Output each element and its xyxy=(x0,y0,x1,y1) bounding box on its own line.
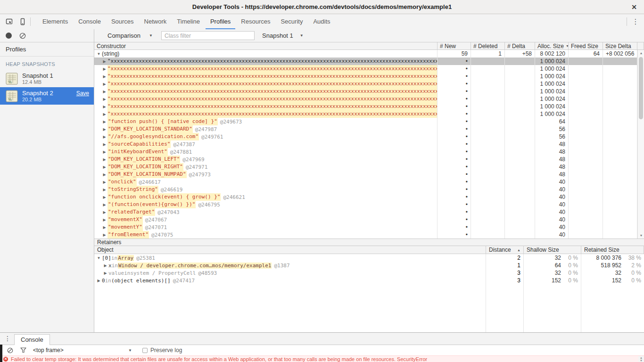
retainers-column-header-2[interactable]: Shallow Size xyxy=(524,246,581,254)
filter-icon[interactable] xyxy=(20,347,26,354)
tab-console-drawer[interactable]: Console xyxy=(14,334,50,345)
retainer-row[interactable]: ▶value in system / PropertyCell@48593332… xyxy=(94,269,644,277)
class-filter-input[interactable] xyxy=(161,31,255,40)
column-header-6[interactable]: Size Delta xyxy=(603,42,637,49)
base-snapshot-select[interactable]: Snapshot 1 ▼ xyxy=(262,32,304,39)
drawer-menu-icon[interactable]: ⋮ xyxy=(3,335,12,342)
tab-timeline[interactable]: Timeline xyxy=(172,14,205,29)
tab-console[interactable]: Console xyxy=(74,14,106,29)
disclosure-arrow-icon[interactable]: ▶ xyxy=(101,157,107,162)
constructor-row[interactable]: ▶"onclick"@246617•40 xyxy=(94,178,644,186)
tab-sources[interactable]: Sources xyxy=(107,14,139,29)
close-icon[interactable]: ✕ xyxy=(630,3,638,11)
constructor-row[interactable]: ▶"xxxxxxxxxxxxxxxxxxxxxxxxxxxxxxxxxxxxxx… xyxy=(94,73,644,80)
tab-elements[interactable]: Elements xyxy=(38,14,73,29)
disclosure-arrow-icon[interactable]: ▶ xyxy=(101,105,107,109)
constructor-row[interactable]: ▶"xxxxxxxxxxxxxxxxxxxxxxxxxxxxxxxxxxxxxx… xyxy=(94,95,644,103)
record-icon[interactable] xyxy=(6,33,12,39)
constructor-row[interactable]: ▶"(function(event){grow() })"@246795•40 xyxy=(94,201,644,208)
console-scrollbar[interactable]: ▲ ▼ xyxy=(638,356,644,362)
retainer-row[interactable]: ▼[0] in Array@253812320 %8 000 37638 % xyxy=(94,254,644,262)
disclosure-arrow-icon[interactable]: ▶ xyxy=(102,271,108,275)
grid-scrollbar[interactable]: ▲ ▼ xyxy=(637,50,644,239)
disclosure-arrow-icon[interactable]: ▶ xyxy=(101,59,107,64)
sidebar-item-snapshot-2[interactable]: % Snapshot 2 20.2 MB Save xyxy=(0,87,94,105)
constructor-row[interactable]: ▶"xxxxxxxxxxxxxxxxxxxxxxxxxxxxxxxxxxxxxx… xyxy=(94,80,644,88)
perspective-select[interactable]: Comparison ▼ xyxy=(107,32,153,39)
clear-icon[interactable] xyxy=(19,33,26,39)
constructor-row[interactable]: ▶"function push() { [native code] }"@249… xyxy=(94,118,644,125)
tab-profiles[interactable]: Profiles xyxy=(206,14,235,29)
column-header-0[interactable]: Constructor xyxy=(94,42,438,49)
retainers-column-header-3[interactable]: Retained Size xyxy=(581,246,644,254)
disclosure-arrow-icon[interactable]: ▶ xyxy=(101,127,107,132)
scroll-down-icon[interactable]: ▼ xyxy=(640,359,643,362)
constructor-row[interactable]: ▶"DOM_KEY_LOCATION_LEFT"@247969•48 xyxy=(94,156,644,163)
disclosure-arrow-icon[interactable]: ▶ xyxy=(101,225,107,230)
disclosure-arrow-icon[interactable]: ▶ xyxy=(101,82,107,86)
disclosure-arrow-icon[interactable]: ▶ xyxy=(101,97,107,101)
constructor-row[interactable]: ▶"toStringString"@246619•40 xyxy=(94,186,644,193)
preserve-log-control[interactable]: Preserve log xyxy=(142,347,182,354)
sidebar-item-snapshot-1[interactable]: % Snapshot 1 12.4 MB xyxy=(0,70,94,87)
disclosure-arrow-icon[interactable]: ▶ xyxy=(96,279,102,283)
constructor-row[interactable]: ▶"DOM_KEY_LOCATION_RIGHT"@247971•48 xyxy=(94,163,644,171)
disclosure-arrow-icon[interactable]: ▶ xyxy=(101,120,107,124)
disclosure-arrow-icon[interactable]: ▶ xyxy=(102,263,108,268)
constructor-row[interactable]: ▶"//afs.googlesyndication.com"@249761•56 xyxy=(94,133,644,140)
disclosure-arrow-icon[interactable]: ▶ xyxy=(101,173,107,177)
retainers-column-header-0[interactable]: Object xyxy=(94,246,486,254)
constructor-row[interactable]: ▶"function onclick(event) { grow() }"@24… xyxy=(94,193,644,201)
clear-console-icon[interactable] xyxy=(7,347,13,354)
disclosure-arrow-icon[interactable]: ▶ xyxy=(101,188,107,192)
disclosure-arrow-icon[interactable]: ▶ xyxy=(101,142,107,147)
disclosure-arrow-icon[interactable]: ▶ xyxy=(101,165,107,169)
disclosure-arrow-icon[interactable]: ▶ xyxy=(101,150,107,154)
column-header-2[interactable]: # Deleted xyxy=(471,42,505,49)
constructor-row[interactable]: ▶"movementX"@247067•40 xyxy=(94,216,644,223)
scroll-up-icon[interactable]: ▲ xyxy=(638,50,644,56)
preserve-log-checkbox[interactable] xyxy=(142,348,148,353)
column-header-3[interactable]: # Delta xyxy=(505,42,535,49)
constructor-row[interactable]: ▼(string)591+588 002 12064+8 002 056 xyxy=(94,50,644,58)
constructor-row[interactable]: ▶"sourceCapabilities"@247387•48 xyxy=(94,140,644,148)
tab-audits[interactable]: Audits xyxy=(308,14,335,29)
disclosure-arrow-icon[interactable]: ▶ xyxy=(101,210,107,214)
constructor-row[interactable]: ▶"DOM_KEY_LOCATION_STANDARD"@247987•56 xyxy=(94,125,644,133)
constructor-row[interactable]: ▶"xxxxxxxxxxxxxxxxxxxxxxxxxxxxxxxxxxxxxx… xyxy=(94,65,644,73)
disclosure-arrow-icon[interactable]: ▶ xyxy=(101,135,107,139)
tab-network[interactable]: Network xyxy=(140,14,172,29)
disclosure-arrow-icon[interactable]: ▶ xyxy=(101,233,107,237)
constructor-row[interactable]: ▶"relatedTarget"@247043•40 xyxy=(94,208,644,216)
disclosure-arrow-icon[interactable]: ▶ xyxy=(101,74,107,79)
constructor-row[interactable]: ▶"xxxxxxxxxxxxxxxxxxxxxxxxxxxxxxxxxxxxxx… xyxy=(94,88,644,95)
constructor-row[interactable]: ▶"fromElement"@247075•40 xyxy=(94,231,644,239)
disclosure-arrow-icon[interactable]: ▶ xyxy=(101,195,107,199)
inspect-element-icon[interactable] xyxy=(6,18,13,25)
disclosure-arrow-icon[interactable]: ▶ xyxy=(101,112,107,116)
disclosure-arrow-icon[interactable]: ▼ xyxy=(96,52,102,56)
constructor-row[interactable]: ▶"initKeyboardEvent"@247881•48 xyxy=(94,148,644,156)
disclosure-arrow-icon[interactable]: ▶ xyxy=(101,180,107,184)
disclosure-arrow-icon[interactable]: ▶ xyxy=(101,203,107,207)
constructor-row[interactable]: ▶"xxxxxxxxxxxxxxxxxxxxxxxxxxxxxxxxxxxxxx… xyxy=(94,110,644,118)
disclosure-arrow-icon[interactable]: ▶ xyxy=(101,90,107,94)
save-snapshot-link[interactable]: Save xyxy=(76,90,89,97)
tab-security[interactable]: Security xyxy=(276,14,307,29)
main-menu-icon[interactable]: ⋮ xyxy=(631,17,640,26)
retainers-column-header-1[interactable]: Distance▲ xyxy=(486,246,524,254)
constructor-row[interactable]: ▶"xxxxxxxxxxxxxxxxxxxxxxxxxxxxxxxxxxxxxx… xyxy=(94,103,644,110)
scrollbar-thumb[interactable] xyxy=(639,57,643,119)
column-header-1[interactable]: # New xyxy=(438,42,471,49)
constructor-row[interactable]: ▶"DOM_KEY_LOCATION_NUMPAD"@247973•48 xyxy=(94,171,644,178)
constructor-row[interactable]: ▶"xxxxxxxxxxxxxxxxxxxxxxxxxxxxxxxxxxxxxx… xyxy=(94,58,644,65)
retainer-row[interactable]: ▶x in Window / developer.chrome.com…mos/… xyxy=(94,262,644,269)
column-header-5[interactable]: Freed Size xyxy=(569,42,603,49)
scroll-down-icon[interactable]: ▼ xyxy=(638,232,644,239)
retainer-row[interactable]: ▶0 in (object elements)[]@24741731520 %1… xyxy=(94,277,644,284)
disclosure-arrow-icon[interactable]: ▼ xyxy=(96,256,102,260)
disclosure-arrow-icon[interactable]: ▶ xyxy=(101,67,107,71)
frame-context-select[interactable]: <top frame> ▼ xyxy=(33,347,132,354)
constructor-row[interactable]: ▶"movementY"@247071•40 xyxy=(94,223,644,231)
tab-resources[interactable]: Resources xyxy=(236,14,275,29)
